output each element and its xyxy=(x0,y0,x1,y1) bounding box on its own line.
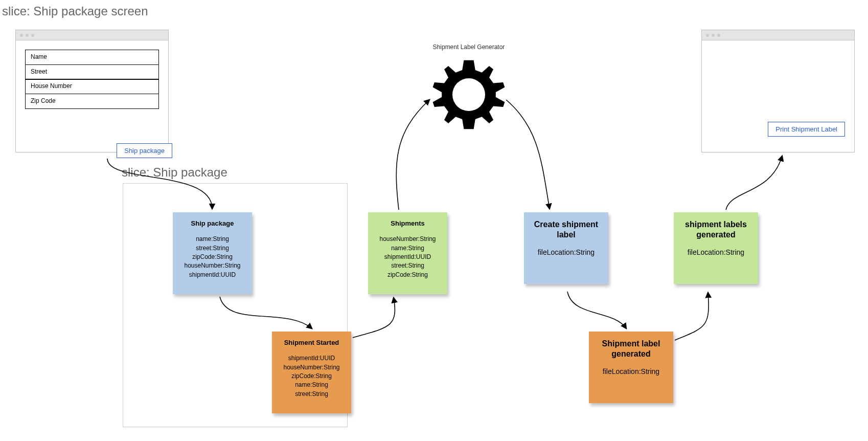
slice-screen-title: slice: Ship package screen xyxy=(2,4,148,18)
ship-package-button[interactable]: Ship package xyxy=(117,143,172,158)
note-create-shipment-label: Create shipment label fileLocation:Strin… xyxy=(524,212,608,284)
note-shipment-labels-generated: shipment labels generated fileLocation:S… xyxy=(674,212,758,284)
note-line: name:String xyxy=(371,244,444,253)
zip-code-field[interactable]: Zip Code xyxy=(25,94,159,109)
house-number-field[interactable]: House Number xyxy=(25,79,159,94)
note-line: houseNumber:String xyxy=(176,261,249,270)
note-line: houseNumber:String xyxy=(371,235,444,244)
note-line: street:String xyxy=(176,244,249,253)
note-line: zipCode:String xyxy=(371,271,444,279)
window-dot xyxy=(26,34,29,37)
print-label-window: Print Shipment Label xyxy=(701,30,855,152)
note-title: Ship package xyxy=(176,219,249,228)
note-line: shipmentId:UUID xyxy=(176,271,249,279)
note-line: shipmentId:UUID xyxy=(371,253,444,261)
note-line: houseNumber:String xyxy=(275,363,348,372)
note-title: Shipments xyxy=(371,219,444,228)
note-line: name:String xyxy=(176,235,249,244)
window-titlebar xyxy=(702,30,854,40)
window-dot xyxy=(712,34,715,37)
window-dot xyxy=(20,34,23,37)
window-dot xyxy=(31,34,34,37)
note-line: name:String xyxy=(275,381,348,389)
note-line: shipmentId:UUID xyxy=(275,354,348,363)
gear-label: Shipment Label Generator xyxy=(418,43,520,51)
ship-package-form-window: Name Street House Number Zip Code Ship p… xyxy=(15,30,169,152)
window-dot xyxy=(717,34,720,37)
note-title: Create shipment label xyxy=(527,219,605,240)
note-line: street:String xyxy=(275,390,348,399)
window-titlebar xyxy=(16,30,168,40)
note-line: fileLocation:String xyxy=(527,247,605,258)
note-line: fileLocation:String xyxy=(677,247,755,258)
note-title: shipment labels generated xyxy=(677,219,755,240)
window-dot xyxy=(706,34,709,37)
name-field[interactable]: Name xyxy=(25,50,159,65)
note-shipment-started: Shipment Started shipmentId:UUID houseNu… xyxy=(272,332,351,413)
note-title: Shipment label generated xyxy=(592,339,670,359)
note-shipments: Shipments houseNumber:String name:String… xyxy=(368,212,447,294)
note-ship-package: Ship package name:String street:String z… xyxy=(173,212,252,294)
note-line: fileLocation:String xyxy=(592,366,670,377)
note-title: Shipment Started xyxy=(275,339,348,347)
note-line: street:String xyxy=(371,261,444,270)
print-shipment-label-button[interactable]: Print Shipment Label xyxy=(768,122,845,137)
svg-point-0 xyxy=(452,78,485,111)
note-line: zipCode:String xyxy=(275,372,348,381)
shipment-label-generator: Shipment Label Generator xyxy=(418,43,520,138)
gear-icon xyxy=(428,54,510,136)
note-shipment-label-generated: Shipment label generated fileLocation:St… xyxy=(589,332,673,403)
note-line: zipCode:String xyxy=(176,253,249,261)
street-field[interactable]: Street xyxy=(25,64,159,80)
slice-package-title: slice: Ship package xyxy=(122,165,227,180)
